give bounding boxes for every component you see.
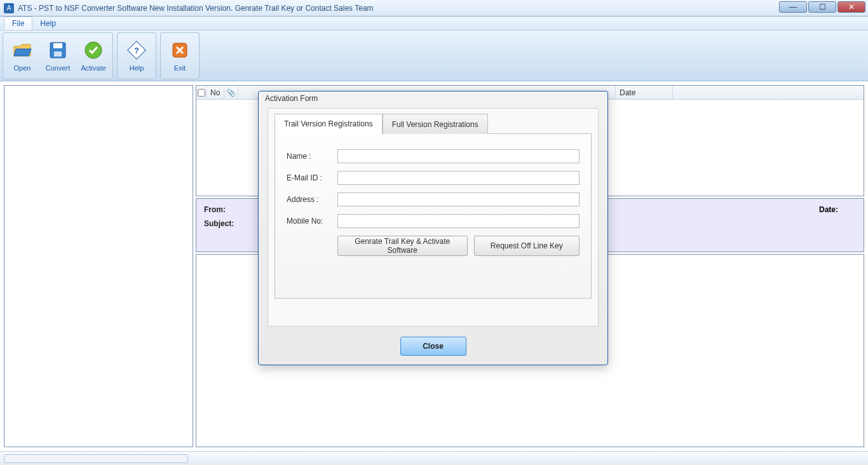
grid-header-attachment[interactable]: 📎 bbox=[224, 86, 238, 99]
menu-bar: File Help bbox=[0, 17, 868, 30]
ribbon-group-help: ? Help bbox=[117, 32, 156, 79]
grid-header-tail bbox=[673, 86, 864, 99]
tab-strip: Trail Version Registrations Full Version… bbox=[275, 114, 592, 134]
convert-label: Convert bbox=[46, 64, 71, 72]
ribbon-toolbar: Open Convert Activate ? Help bbox=[0, 30, 868, 81]
activate-label: Activate bbox=[81, 64, 105, 72]
generate-key-button[interactable]: Genrate Trail Key & Activate Software bbox=[337, 236, 468, 256]
menu-help-label: Help bbox=[40, 19, 56, 28]
dialog-footer: Close bbox=[259, 330, 607, 365]
activation-form-dialog: Activation Form Trail Version Registrati… bbox=[258, 91, 608, 365]
convert-button[interactable]: Convert bbox=[40, 34, 76, 78]
paperclip-icon: 📎 bbox=[226, 88, 236, 97]
name-input[interactable] bbox=[337, 149, 580, 163]
save-disk-icon bbox=[48, 40, 68, 60]
menu-file-label: File bbox=[12, 19, 24, 28]
request-offline-key-button[interactable]: Request Off Line Key bbox=[474, 236, 580, 256]
ribbon-group-exit: Exit bbox=[160, 32, 200, 79]
exit-button[interactable]: Exit bbox=[162, 34, 198, 78]
status-bar bbox=[0, 451, 868, 465]
tab-panel: Name : E-Mail ID : Address : Mobile No: … bbox=[275, 133, 592, 299]
svg-rect-2 bbox=[54, 51, 62, 57]
grid-header-checkbox[interactable] bbox=[196, 86, 207, 99]
tab-full[interactable]: Full Version Registrations bbox=[383, 114, 488, 134]
menu-file[interactable]: File bbox=[4, 17, 32, 30]
grid-header-date[interactable]: Date bbox=[616, 86, 673, 99]
svg-rect-1 bbox=[53, 43, 62, 48]
title-bar: A ATS - PST to NSF Converter Software Ne… bbox=[0, 0, 868, 17]
email-label: E-Mail ID : bbox=[287, 173, 337, 182]
exit-label: Exit bbox=[174, 64, 186, 72]
generate-key-label: Genrate Trail Key & Activate Software bbox=[355, 237, 450, 255]
request-offline-key-label: Request Off Line Key bbox=[491, 241, 563, 250]
detail-date-label: Date: bbox=[819, 205, 838, 214]
grid-header-no[interactable]: No bbox=[207, 86, 224, 99]
open-button[interactable]: Open bbox=[4, 34, 40, 78]
open-label: Open bbox=[14, 64, 31, 72]
svg-text:?: ? bbox=[134, 46, 139, 55]
close-icon: ✕ bbox=[848, 3, 855, 11]
select-all-checkbox[interactable] bbox=[198, 89, 205, 97]
window-controls: — ☐ ✕ bbox=[779, 1, 865, 13]
check-circle-icon bbox=[83, 40, 104, 60]
help-label: Help bbox=[130, 64, 144, 72]
dialog-body: Trail Version Registrations Full Version… bbox=[268, 108, 599, 327]
progress-bar bbox=[4, 454, 188, 463]
tree-pane[interactable] bbox=[4, 85, 193, 447]
app-icon: A bbox=[4, 3, 14, 13]
window-title: ATS - PST to NSF Converter Software New … bbox=[18, 4, 374, 13]
maximize-button[interactable]: ☐ bbox=[808, 1, 836, 13]
name-label: Name : bbox=[287, 152, 337, 161]
maximize-icon: ☐ bbox=[819, 3, 826, 11]
detail-from-label: From: bbox=[204, 205, 250, 214]
close-window-button[interactable]: ✕ bbox=[837, 1, 865, 13]
grid-header-no-label: No bbox=[210, 88, 220, 97]
mobile-input[interactable] bbox=[337, 214, 580, 228]
address-input[interactable] bbox=[337, 192, 580, 206]
detail-subject-label: Subject: bbox=[204, 219, 250, 228]
folder-open-icon bbox=[12, 40, 32, 60]
ribbon-group-main: Open Convert Activate bbox=[3, 32, 113, 79]
dialog-title: Activation Form bbox=[259, 91, 607, 104]
tab-full-label: Full Version Registrations bbox=[392, 120, 478, 129]
activate-button[interactable]: Activate bbox=[76, 34, 111, 78]
help-diamond-icon: ? bbox=[126, 40, 147, 60]
tab-trail[interactable]: Trail Version Registrations bbox=[275, 114, 383, 134]
tab-trail-label: Trail Version Registrations bbox=[284, 119, 373, 128]
minimize-icon: — bbox=[789, 3, 797, 11]
menu-help[interactable]: Help bbox=[32, 17, 64, 30]
minimize-button[interactable]: — bbox=[779, 1, 807, 13]
mobile-label: Mobile No: bbox=[287, 217, 337, 226]
help-button[interactable]: ? Help bbox=[119, 34, 154, 78]
exit-square-icon bbox=[170, 40, 190, 60]
close-dialog-button[interactable]: Close bbox=[400, 337, 466, 356]
grid-header-date-label: Date bbox=[620, 88, 635, 97]
address-label: Address : bbox=[287, 195, 337, 204]
close-dialog-label: Close bbox=[423, 342, 444, 351]
email-input[interactable] bbox=[337, 171, 580, 185]
